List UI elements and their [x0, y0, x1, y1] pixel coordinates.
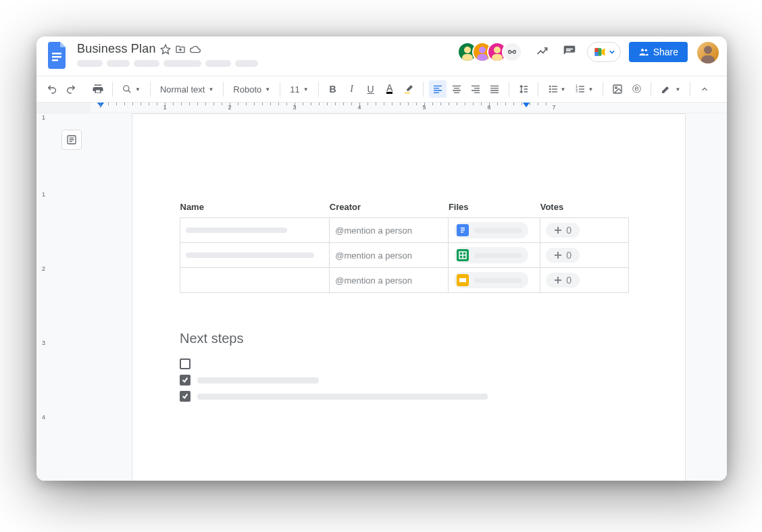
svg-rect-23 — [552, 86, 557, 86]
vote-chip[interactable]: 0 — [546, 223, 580, 238]
svg-point-22 — [549, 91, 551, 93]
checkbox[interactable] — [180, 358, 190, 369]
align-left-button[interactable] — [429, 80, 447, 98]
zoom-dropdown[interactable]: ▼ — [118, 84, 145, 94]
table-row[interactable]: @mention a person0 — [180, 243, 629, 268]
vertical-ruler[interactable]: 12341 — [36, 113, 53, 481]
canvas-area: 12341 NameCreatorFilesVotes @mention a p… — [36, 113, 727, 481]
file-chip[interactable] — [454, 272, 528, 288]
svg-rect-13 — [594, 52, 598, 56]
svg-rect-36 — [461, 228, 465, 229]
svg-point-18 — [124, 86, 129, 91]
checklist-item[interactable] — [180, 358, 638, 369]
account-avatar[interactable] — [697, 42, 719, 63]
svg-rect-1 — [52, 56, 61, 58]
move-icon[interactable] — [175, 44, 186, 55]
title-column: Business Plan — [77, 42, 258, 67]
menu-item[interactable] — [77, 60, 103, 67]
svg-rect-32 — [613, 85, 621, 93]
anonymous-avatar[interactable] — [502, 42, 522, 62]
align-center-button[interactable] — [448, 80, 465, 98]
people-icon — [638, 47, 649, 57]
redo-button[interactable] — [62, 80, 80, 98]
align-justify-button[interactable] — [486, 80, 503, 98]
insert-image-button[interactable] — [609, 80, 626, 98]
svg-rect-2 — [52, 59, 58, 61]
bold-button[interactable]: B — [324, 80, 342, 98]
numbered-list-button[interactable]: 123▼ — [571, 84, 597, 95]
checkbox[interactable] — [180, 391, 190, 402]
vote-chip[interactable]: 0 — [546, 248, 580, 263]
underline-button[interactable]: U — [362, 80, 380, 98]
undo-button[interactable] — [43, 80, 61, 98]
menu-item[interactable] — [107, 60, 130, 67]
table-header: Files — [449, 202, 540, 218]
menu-bar[interactable] — [77, 60, 258, 67]
collapse-toolbar-button[interactable] — [696, 80, 713, 98]
menu-item[interactable] — [163, 60, 201, 67]
right-margin-marker[interactable] — [523, 103, 530, 107]
print-button[interactable] — [89, 80, 107, 98]
svg-point-15 — [644, 49, 646, 51]
line-spacing-button[interactable] — [515, 80, 532, 98]
fontsize-dropdown[interactable]: 11▼ — [286, 84, 312, 95]
bullet-list-button[interactable]: ▼ — [544, 84, 570, 95]
svg-rect-12 — [594, 48, 598, 52]
highlight-button[interactable] — [400, 80, 417, 98]
star-icon[interactable] — [160, 44, 171, 55]
document-title[interactable]: Business Plan — [77, 42, 156, 56]
section-heading[interactable]: Next steps — [180, 331, 638, 346]
table-header: Name — [180, 202, 330, 218]
comments-icon[interactable] — [560, 42, 579, 61]
text-color-button[interactable]: A — [381, 80, 399, 98]
chevron-down-icon — [609, 49, 615, 55]
presence-avatars[interactable] — [457, 42, 522, 62]
italic-button[interactable]: I — [343, 80, 361, 98]
file-chip[interactable] — [454, 222, 528, 238]
checklist-item[interactable] — [180, 391, 638, 402]
svg-rect-4 — [462, 54, 473, 61]
vote-chip[interactable]: 0 — [546, 273, 580, 288]
outline-toggle-button[interactable] — [61, 130, 82, 150]
table-row[interactable]: @mention a person0 — [180, 268, 629, 293]
svg-point-21 — [549, 88, 551, 90]
cloud-saved-icon[interactable] — [190, 44, 201, 55]
mention-placeholder[interactable]: @mention a person — [335, 250, 412, 261]
insert-link-button[interactable]: ⓔ — [628, 80, 645, 98]
mention-placeholder[interactable]: @mention a person — [335, 275, 412, 286]
align-right-button[interactable] — [467, 80, 484, 98]
title-bar: Business Plan Share — [36, 36, 727, 76]
content-table[interactable]: NameCreatorFilesVotes @mention a person0… — [180, 202, 629, 293]
menu-item[interactable] — [134, 60, 159, 67]
document-page[interactable]: NameCreatorFilesVotes @mention a person0… — [132, 113, 686, 481]
svg-rect-17 — [701, 55, 715, 63]
horizontal-ruler[interactable]: 1234567 — [36, 103, 727, 113]
docs-logo[interactable] — [45, 42, 72, 69]
svg-rect-25 — [552, 91, 557, 92]
format-toolbar: ▼ Normal text▼ Roboto▼ 11▼ B I U A ▼ 123… — [36, 76, 727, 103]
svg-rect-6 — [477, 54, 488, 61]
style-dropdown[interactable]: Normal text▼ — [156, 84, 218, 95]
meet-button[interactable] — [587, 42, 621, 62]
table-row[interactable]: @mention a person0 — [180, 218, 629, 243]
checklist-item[interactable] — [180, 375, 638, 385]
left-margin-marker[interactable] — [97, 103, 104, 107]
file-chip[interactable] — [454, 247, 528, 263]
svg-point-33 — [615, 87, 617, 89]
menu-item[interactable] — [205, 60, 231, 67]
svg-point-7 — [494, 47, 501, 53]
svg-point-14 — [641, 49, 644, 51]
table-header: Votes — [540, 202, 629, 218]
menu-item[interactable] — [235, 60, 258, 67]
share-button[interactable]: Share — [629, 42, 688, 62]
mention-placeholder[interactable]: @mention a person — [335, 225, 412, 236]
activity-icon[interactable] — [533, 42, 552, 61]
editing-mode-button[interactable]: ▼ — [657, 84, 684, 95]
table-header: Creator — [330, 202, 449, 218]
docs-window: Business Plan Share — [36, 36, 727, 481]
share-label: Share — [653, 47, 678, 57]
svg-rect-31 — [579, 91, 584, 92]
checkbox[interactable] — [180, 375, 190, 385]
svg-text:3: 3 — [576, 90, 578, 93]
font-dropdown[interactable]: Roboto▼ — [229, 84, 274, 95]
